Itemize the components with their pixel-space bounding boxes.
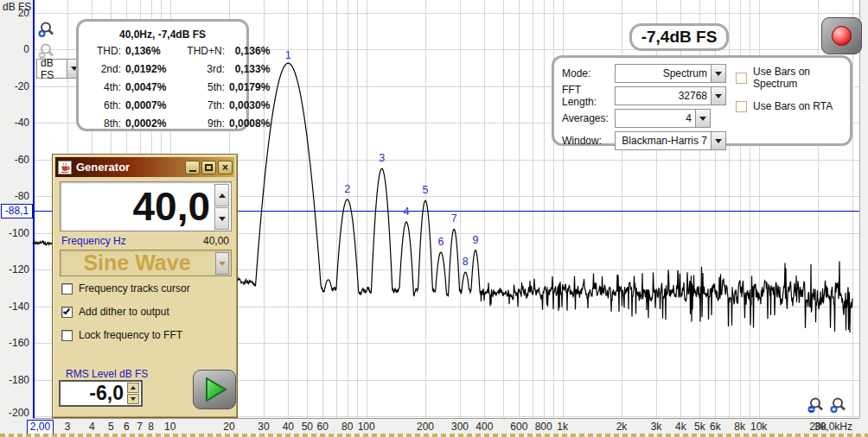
bottom-window-edge (0, 434, 868, 437)
frequency-decrement-button[interactable] (214, 207, 229, 230)
harmonic-label-9: 9 (472, 234, 478, 246)
setting-label: Window: (562, 135, 615, 147)
close-button[interactable]: × (218, 161, 233, 174)
setting-value: Blackman-Harris 7 (622, 135, 707, 147)
rms-level-input[interactable]: -6,0 (59, 380, 143, 407)
thd-row-value: 0,136% (229, 46, 271, 57)
waveform-value: Sine Wave (61, 250, 214, 277)
y-tick-label: -40 (0, 117, 29, 129)
window-select[interactable]: Blackman-Harris 7 (615, 131, 712, 150)
checkbox-frequency-tracks-cursor[interactable]: Frequency tracks cursor (61, 282, 190, 294)
frequency-big-value: 40,0 (132, 182, 210, 232)
checkbox-use-bars-on-spectrum[interactable]: Use Bars on Spectrum (736, 66, 850, 90)
rms-level-label: RMS Level dB FS (66, 368, 148, 380)
zoom-out-x-icon[interactable] (807, 396, 825, 414)
thd-row-label: 5th: (181, 82, 229, 93)
thd-row-label: 4th: (84, 82, 125, 93)
thd-row-value: 0,0002% (125, 118, 181, 130)
spectrum-analyzer-screen: 123456789 dB FS 200-20-40-60-80-100-120-… (0, 0, 868, 437)
y-unit-select[interactable]: dB FS (36, 59, 81, 79)
checkbox-box[interactable] (736, 73, 747, 84)
y-tick-label: -160 (0, 337, 29, 349)
harmonic-label-1: 1 (285, 49, 291, 61)
frequency-label: Frequency Hz (61, 235, 126, 247)
y-tick-label: 0 (0, 43, 29, 55)
thd-row-label: 9th: (181, 118, 229, 130)
thd-row-value: 0,136% (125, 46, 181, 57)
rms-increment-button[interactable] (127, 383, 139, 393)
rms-decrement-button[interactable] (127, 394, 139, 404)
generator-window[interactable]: Generator × 40,0 Frequency Hz 40,00 Sine… (52, 154, 238, 418)
checkbox-box[interactable] (61, 283, 73, 294)
thd-row-label: 8th: (84, 118, 125, 130)
setting-value: 4 (686, 112, 692, 124)
setting-value: Spectrum (663, 67, 707, 79)
maximize-button[interactable] (201, 161, 216, 174)
frequency-increment-button[interactable] (214, 184, 229, 206)
thd-row-value: 0,0179% (229, 82, 271, 93)
checkbox-lock-frequency-to-fft[interactable]: Lock frequency to FFT (61, 329, 190, 341)
checkbox-label: Add dither to output (79, 306, 169, 318)
harmonic-label-4: 4 (404, 206, 410, 218)
x-tick-label: 100 (348, 421, 386, 433)
zoom-in-x-icon[interactable] (830, 396, 847, 414)
x-cursor-readout: 2,00 (27, 420, 54, 434)
generator-titlebar[interactable]: Generator × (55, 157, 234, 177)
checkbox-box[interactable] (61, 330, 73, 341)
y-tick-label: 20 (0, 7, 29, 19)
y-tick-label: -20 (0, 80, 29, 92)
checkbox-label: Frequency tracks cursor (79, 282, 190, 294)
thd-row-value: 0,0030% (229, 100, 271, 111)
setting-label: Mode: (562, 67, 615, 79)
checkbox-label: Use Bars on RTA (753, 100, 833, 112)
thd-panel: 40,0Hz, -7,4dB FS THD:0,136%THD+N:0,136%… (76, 19, 249, 131)
harmonic-label-5: 5 (423, 184, 429, 196)
record-button[interactable] (821, 17, 862, 54)
thd-title: 40,0Hz, -7,4dB FS (84, 28, 241, 41)
thd-row-label: 3rd: (181, 64, 229, 75)
record-icon (832, 26, 852, 46)
thd-row-label: THD: (84, 46, 125, 57)
chevron-down-icon[interactable] (712, 64, 726, 83)
generator-title: Generator (76, 161, 183, 174)
x-axis-end-label: 30,0kHz (807, 421, 860, 433)
y-unit-value: dB FS (37, 57, 67, 81)
y-tick-label: -140 (0, 301, 29, 313)
frequency-display[interactable]: 40,0 (60, 181, 232, 231)
checkbox-add-dither-to-output[interactable]: Add dither to output (61, 306, 190, 318)
thd-row-label: 7th: (181, 100, 229, 111)
waveform-select[interactable]: Sine Wave (60, 250, 232, 276)
checkbox-box[interactable] (61, 307, 73, 318)
play-button[interactable] (193, 370, 236, 409)
checkbox-label: Lock frequency to FFT (79, 329, 182, 341)
setting-label: Averages: (562, 112, 615, 124)
setting-value: 32768 (679, 90, 707, 102)
checkbox-box[interactable] (736, 101, 747, 112)
chevron-down-icon[interactable] (712, 131, 726, 150)
thd-row-value: 0,133% (229, 64, 271, 75)
frequency-value: 40,00 (203, 235, 229, 247)
checkbox-label: Use Bars on Spectrum (753, 66, 850, 90)
y-tick-label: -100 (0, 227, 29, 239)
chevron-down-icon[interactable] (215, 252, 229, 275)
y-tick-label: -60 (0, 154, 29, 166)
chevron-down-icon[interactable] (712, 86, 726, 105)
y-tick-label: -200 (0, 407, 29, 419)
play-icon (197, 375, 232, 404)
zoom-in-y-icon[interactable] (38, 21, 55, 38)
checkbox-use-bars-on-rta[interactable]: Use Bars on RTA (736, 100, 850, 112)
harmonic-label-3: 3 (379, 152, 385, 164)
x-tick-label: 1k (544, 421, 582, 433)
minimize-button[interactable] (185, 161, 200, 174)
mode-select[interactable]: Spectrum (615, 64, 712, 83)
thd-row-label: 2nd: (84, 64, 125, 75)
harmonic-label-2: 2 (344, 183, 350, 195)
averages-select[interactable]: 4 (615, 109, 696, 128)
x-tick-label: 2k (603, 421, 641, 433)
rms-level-value: -6,0 (89, 382, 124, 405)
chevron-down-icon[interactable] (696, 109, 711, 128)
y-tick-label: -80 (0, 190, 29, 202)
harmonic-label-7: 7 (451, 212, 457, 225)
fft-length-select[interactable]: 32768 (615, 86, 712, 105)
y-tick-label: -120 (0, 263, 29, 276)
